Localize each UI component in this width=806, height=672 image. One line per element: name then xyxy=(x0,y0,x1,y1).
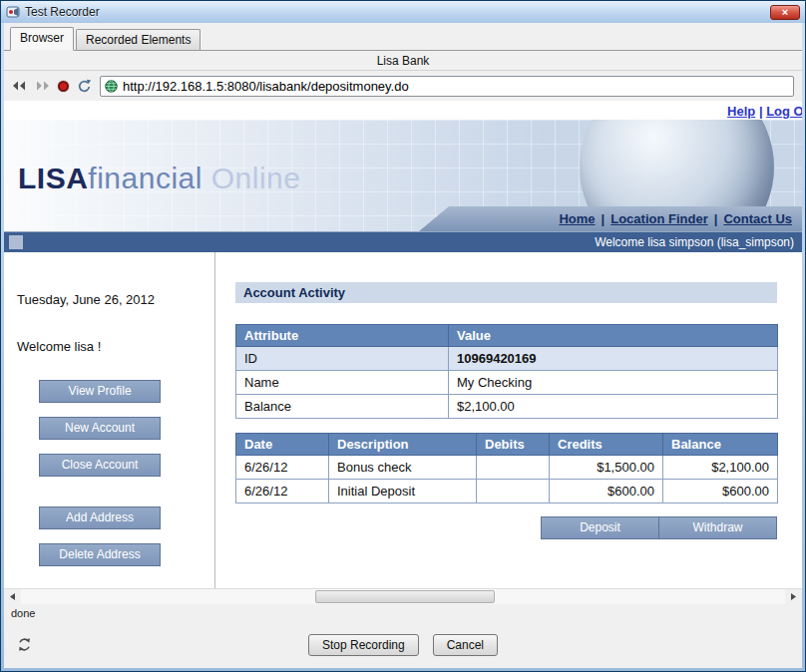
attribute-cell: Balance xyxy=(236,395,449,419)
help-link[interactable]: Help xyxy=(727,104,755,119)
top-links-separator: | xyxy=(759,104,763,119)
table-row: ID 10969420169 xyxy=(236,347,778,371)
refresh-icon xyxy=(77,79,92,94)
date-text: Tuesday, June 26, 2012 xyxy=(17,292,214,307)
delete-address-button[interactable]: Delete Address xyxy=(39,543,161,566)
window-body: Browser Recorded Elements Lisa Bank http… xyxy=(4,23,802,668)
stop-recording-button[interactable]: Stop Recording xyxy=(308,634,419,656)
main-content: Account Activity Attribute Value ID 1096… xyxy=(215,252,802,588)
close-icon: × xyxy=(782,6,788,18)
cancel-button[interactable]: Cancel xyxy=(433,634,498,656)
description-cell: Initial Deposit xyxy=(329,480,477,504)
nav-separator: | xyxy=(602,211,605,226)
nav-link-location-finder[interactable]: Location Finder xyxy=(610,211,708,226)
banner-nav: Home | Location Finder | Contact Us xyxy=(419,206,802,231)
url-field[interactable]: http://192.168.1.5:8080/lisabank/deposit… xyxy=(100,76,794,97)
column-header: Value xyxy=(449,325,778,347)
scroll-right-arrow[interactable] xyxy=(785,589,802,604)
greeting-text: Welcome lisa ! xyxy=(17,339,214,354)
nav-link-contact-us[interactable]: Contact Us xyxy=(723,211,792,226)
scrollbar-thumb[interactable] xyxy=(315,590,495,603)
browser-toolbar: http://192.168.1.5:8080/lisabank/deposit… xyxy=(4,71,802,101)
attribute-cell: Name xyxy=(236,371,449,395)
deposit-button[interactable]: Deposit xyxy=(541,516,659,539)
right-arrow-icon xyxy=(789,592,798,601)
attribute-cell: ID xyxy=(236,347,449,371)
globe-icon xyxy=(105,80,118,93)
back-icon xyxy=(12,81,27,91)
refresh-button[interactable] xyxy=(77,79,92,94)
welcome-text: Welcome lisa simpson (lisa_simpson) xyxy=(595,235,794,249)
back-button[interactable] xyxy=(12,81,27,91)
url-text: http://192.168.1.5:8080/lisabank/deposit… xyxy=(123,79,409,94)
tab-browser[interactable]: Browser xyxy=(10,27,74,51)
footer-bar: Stop Recording Cancel xyxy=(4,622,802,668)
column-header: Balance xyxy=(663,434,778,456)
close-button[interactable]: × xyxy=(770,5,800,20)
brand-financial: financial xyxy=(88,162,202,194)
left-arrow-icon xyxy=(8,592,17,601)
section-title: Account Activity xyxy=(235,282,777,303)
window-title: Test Recorder xyxy=(25,5,765,19)
column-header: Attribute xyxy=(236,325,449,347)
page-content: Tuesday, June 26, 2012 Welcome lisa ! Vi… xyxy=(4,252,802,588)
status-text: done xyxy=(11,607,35,619)
value-cell: 10969420169 xyxy=(449,347,778,371)
new-account-button[interactable]: New Account xyxy=(39,417,161,440)
brand-logo: LISAfinancial Online xyxy=(18,162,300,195)
credits-cell: $1,500.00 xyxy=(550,456,663,480)
column-header: Credits xyxy=(550,434,663,456)
table-row: 6/26/12 Bonus check $1,500.00 $2,100.00 xyxy=(236,456,778,480)
brand-lisa: LISA xyxy=(18,162,88,194)
balance-cell: $600.00 xyxy=(663,480,778,504)
column-header: Debits xyxy=(477,434,550,456)
brand-online: Online xyxy=(202,162,301,194)
top-links: Help | Log Out xyxy=(4,101,802,120)
credits-cell: $600.00 xyxy=(550,480,663,504)
window-titlebar: Test Recorder × xyxy=(1,1,805,23)
value-cell: My Checking xyxy=(449,371,778,395)
sidebar: Tuesday, June 26, 2012 Welcome lisa ! Vi… xyxy=(4,252,215,588)
column-header: Description xyxy=(329,434,477,456)
scroll-left-arrow[interactable] xyxy=(4,589,21,604)
balance-cell: $2,100.00 xyxy=(663,456,778,480)
table-row: Name My Checking xyxy=(236,371,778,395)
horizontal-scrollbar[interactable] xyxy=(4,588,802,604)
close-account-button[interactable]: Close Account xyxy=(39,454,161,477)
welcome-bar: Welcome lisa simpson (lisa_simpson) xyxy=(4,232,802,252)
nav-link-home[interactable]: Home xyxy=(559,211,595,226)
table-row: 6/26/12 Initial Deposit $600.00 $600.00 xyxy=(236,480,778,504)
page-title: Lisa Bank xyxy=(377,54,430,68)
forward-button[interactable] xyxy=(35,81,50,91)
table-header-row: Date Description Debits Credits Balance xyxy=(236,434,778,456)
table-header-row: Attribute Value xyxy=(236,325,778,347)
column-header: Date xyxy=(236,434,329,456)
logout-link[interactable]: Log Out xyxy=(766,104,802,119)
sync-icon[interactable] xyxy=(17,637,32,656)
test-recorder-window: Test Recorder × Browser Recorded Element… xyxy=(0,0,806,672)
status-bar: done xyxy=(4,604,802,622)
debits-cell xyxy=(477,456,550,480)
account-attributes-table: Attribute Value ID 10969420169 Name My C… xyxy=(235,324,778,419)
withdraw-button[interactable]: Withdraw xyxy=(658,516,777,539)
app-icon xyxy=(6,5,20,19)
date-cell: 6/26/12 xyxy=(236,456,329,480)
value-cell: $2,100.00 xyxy=(449,395,778,419)
description-cell: Bonus check xyxy=(329,456,477,480)
actions-row: Deposit Withdraw xyxy=(235,516,777,539)
view-profile-button[interactable]: View Profile xyxy=(39,380,161,403)
tab-bar: Browser Recorded Elements xyxy=(4,23,802,51)
debits-cell xyxy=(477,480,550,504)
add-address-button[interactable]: Add Address xyxy=(39,506,161,529)
bank-banner: LISAfinancial Online Home | Location Fin… xyxy=(4,120,802,232)
welcome-bar-accent xyxy=(9,235,23,249)
table-row: Balance $2,100.00 xyxy=(236,395,778,419)
account-activity-table: Date Description Debits Credits Balance … xyxy=(235,433,778,504)
nav-separator: | xyxy=(714,211,718,226)
browser-viewport: Help | Log Out LISAfinancial Online Home… xyxy=(4,101,802,588)
record-button[interactable] xyxy=(58,81,69,92)
scrollbar-track[interactable] xyxy=(21,589,785,604)
forward-icon xyxy=(35,81,50,91)
page-title-bar: Lisa Bank xyxy=(4,51,802,71)
tab-recorded-elements[interactable]: Recorded Elements xyxy=(76,29,201,50)
